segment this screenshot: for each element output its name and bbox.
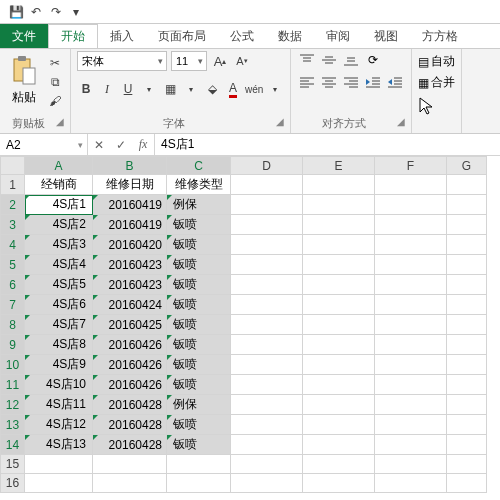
- underline-more-icon[interactable]: ▾: [140, 79, 158, 99]
- cell-D10[interactable]: [231, 355, 303, 375]
- col-head-G[interactable]: G: [447, 157, 487, 175]
- cell-C14[interactable]: 钣喷: [167, 435, 231, 455]
- cell-F14[interactable]: [375, 435, 447, 455]
- copy-icon[interactable]: ⧉: [46, 74, 64, 90]
- tab-view[interactable]: 视图: [362, 24, 410, 48]
- formula-input[interactable]: 4S店1: [155, 134, 500, 155]
- cell-G1[interactable]: [447, 175, 487, 195]
- col-head-D[interactable]: D: [231, 157, 303, 175]
- qat-more-icon[interactable]: ▾: [68, 4, 84, 20]
- font-color-button[interactable]: A: [224, 79, 242, 99]
- cell-F4[interactable]: [375, 235, 447, 255]
- cell-G14[interactable]: [447, 435, 487, 455]
- select-all-corner[interactable]: [1, 157, 25, 175]
- cell-F13[interactable]: [375, 415, 447, 435]
- row-head-14[interactable]: 14: [1, 435, 25, 455]
- cell-E7[interactable]: [303, 295, 375, 315]
- cell-E14[interactable]: [303, 435, 375, 455]
- redo-icon[interactable]: ↷: [48, 4, 64, 20]
- cell-B6[interactable]: 20160423: [93, 275, 167, 295]
- cell-G2[interactable]: [447, 195, 487, 215]
- cell-E16[interactable]: [303, 474, 375, 493]
- cell-G4[interactable]: [447, 235, 487, 255]
- cell-D2[interactable]: [231, 195, 303, 215]
- cell-F12[interactable]: [375, 395, 447, 415]
- cell-D13[interactable]: [231, 415, 303, 435]
- cell-C1[interactable]: 维修类型: [167, 175, 231, 195]
- font-size-select[interactable]: 11: [171, 51, 207, 71]
- confirm-formula-icon[interactable]: ✓: [110, 138, 132, 152]
- cell-B7[interactable]: 20160424: [93, 295, 167, 315]
- cell-E6[interactable]: [303, 275, 375, 295]
- cell-A8[interactable]: 4S店7: [25, 315, 93, 335]
- cell-E10[interactable]: [303, 355, 375, 375]
- cell-C5[interactable]: 钣喷: [167, 255, 231, 275]
- increase-font-icon[interactable]: A▴: [211, 51, 229, 71]
- tab-home[interactable]: 开始: [48, 24, 98, 48]
- cell-B14[interactable]: 20160428: [93, 435, 167, 455]
- tab-data[interactable]: 数据: [266, 24, 314, 48]
- cell-D11[interactable]: [231, 375, 303, 395]
- cell-A15[interactable]: [25, 455, 93, 474]
- cell-A12[interactable]: 4S店11: [25, 395, 93, 415]
- cell-G3[interactable]: [447, 215, 487, 235]
- cell-D6[interactable]: [231, 275, 303, 295]
- cell-E13[interactable]: [303, 415, 375, 435]
- tab-page-layout[interactable]: 页面布局: [146, 24, 218, 48]
- cell-B2[interactable]: 20160419: [93, 195, 167, 215]
- col-head-F[interactable]: F: [375, 157, 447, 175]
- cell-F6[interactable]: [375, 275, 447, 295]
- cell-F9[interactable]: [375, 335, 447, 355]
- cell-E5[interactable]: [303, 255, 375, 275]
- cell-F3[interactable]: [375, 215, 447, 235]
- cell-D14[interactable]: [231, 435, 303, 455]
- cell-C7[interactable]: 钣喷: [167, 295, 231, 315]
- tab-formulas[interactable]: 公式: [218, 24, 266, 48]
- cell-G8[interactable]: [447, 315, 487, 335]
- cell-G9[interactable]: [447, 335, 487, 355]
- cell-B4[interactable]: 20160420: [93, 235, 167, 255]
- cell-B16[interactable]: [93, 474, 167, 493]
- font-name-select[interactable]: 宋体: [77, 51, 167, 71]
- cell-B1[interactable]: 维修日期: [93, 175, 167, 195]
- cancel-formula-icon[interactable]: ✕: [88, 138, 110, 152]
- cell-B3[interactable]: 20160419: [93, 215, 167, 235]
- row-head-10[interactable]: 10: [1, 355, 25, 375]
- name-box[interactable]: A2: [0, 134, 88, 155]
- cell-D4[interactable]: [231, 235, 303, 255]
- col-head-C[interactable]: C: [167, 157, 231, 175]
- col-head-B[interactable]: B: [93, 157, 167, 175]
- decrease-font-icon[interactable]: A▾: [233, 51, 251, 71]
- spreadsheet-grid[interactable]: ABCDEFG1经销商维修日期维修类型24S店120160419例保34S店22…: [0, 156, 500, 493]
- border-button[interactable]: ▦: [161, 79, 179, 99]
- paste-button[interactable]: 粘贴: [6, 51, 42, 113]
- cell-C12[interactable]: 例保: [167, 395, 231, 415]
- align-top-icon[interactable]: [297, 51, 317, 69]
- tab-addin[interactable]: 方方格: [410, 24, 470, 48]
- cell-G11[interactable]: [447, 375, 487, 395]
- phonetic-button[interactable]: wén: [245, 79, 263, 99]
- row-head-7[interactable]: 7: [1, 295, 25, 315]
- cell-C2[interactable]: 例保: [167, 195, 231, 215]
- tab-insert[interactable]: 插入: [98, 24, 146, 48]
- cell-A6[interactable]: 4S店5: [25, 275, 93, 295]
- cell-C10[interactable]: 钣喷: [167, 355, 231, 375]
- cell-E8[interactable]: [303, 315, 375, 335]
- cell-F2[interactable]: [375, 195, 447, 215]
- row-head-4[interactable]: 4: [1, 235, 25, 255]
- underline-button[interactable]: U: [119, 79, 137, 99]
- cell-G16[interactable]: [447, 474, 487, 493]
- row-head-12[interactable]: 12: [1, 395, 25, 415]
- cell-A13[interactable]: 4S店12: [25, 415, 93, 435]
- cell-D12[interactable]: [231, 395, 303, 415]
- cell-E9[interactable]: [303, 335, 375, 355]
- cell-C3[interactable]: 钣喷: [167, 215, 231, 235]
- cell-B11[interactable]: 20160426: [93, 375, 167, 395]
- cell-A2[interactable]: 4S店1: [25, 195, 93, 215]
- orientation-icon[interactable]: ⟳: [363, 51, 383, 69]
- cell-E11[interactable]: [303, 375, 375, 395]
- align-bottom-icon[interactable]: [341, 51, 361, 69]
- fill-color-button[interactable]: ⬙: [203, 79, 221, 99]
- row-head-1[interactable]: 1: [1, 175, 25, 195]
- decrease-indent-icon[interactable]: [363, 73, 383, 91]
